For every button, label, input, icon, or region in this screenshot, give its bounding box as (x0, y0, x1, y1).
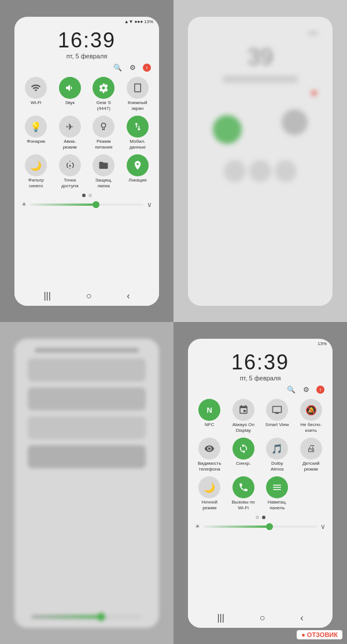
settings-icon[interactable]: ⚙ (128, 63, 137, 72)
tile-nav[interactable]: Навигац.панель (261, 476, 293, 510)
dot-4-inactive (256, 516, 259, 519)
nav-bar-4: ||| ○ ‹ (188, 608, 333, 628)
blur-content-2: 13% 39 (188, 17, 333, 306)
dot-4-active (262, 516, 265, 519)
tile-folder[interactable]: Защищ.лапка (88, 154, 120, 188)
brightness-track-1[interactable] (30, 203, 143, 206)
page-dots-1 (14, 191, 159, 199)
notification-dot[interactable]: ! (143, 64, 151, 72)
nav-bar-1: ||| ○ ‹ (14, 286, 159, 306)
dolby-tile-icon: 🎵 (266, 438, 288, 460)
sound-tile-label: Звук (65, 100, 75, 106)
nfc-tile-icon: N (198, 399, 220, 421)
blur3-block3 (28, 416, 145, 439)
tile-hotspot[interactable]: Точкадоступа (54, 154, 86, 188)
tile-kids[interactable]: 🖨 Детскийрежим (296, 438, 327, 472)
brightness-expand-icon-4[interactable]: ∨ (320, 523, 326, 531)
book-tile-label: Книжныйэкран (128, 100, 147, 111)
blur-status-2: 13% (197, 28, 323, 38)
tile-aod[interactable]: Always OnDisplay (228, 399, 260, 433)
wifi-status-icon: ▲▼ (124, 19, 134, 24)
tile-data[interactable]: Мобил.данные (122, 116, 154, 150)
nav-home-btn[interactable]: ○ (86, 291, 92, 301)
status-icons-1: ▲▼ ●●● 13% (124, 19, 153, 24)
blur-text-1 (223, 76, 298, 83)
power-tile-label: Режимпитания (95, 139, 112, 150)
tile-empty (296, 476, 327, 510)
nav-recent-btn[interactable]: ||| (43, 291, 50, 301)
tile-smartview[interactable]: Smart View (261, 399, 293, 433)
signal-icon: ●●● (134, 19, 143, 24)
panel-bottom-left (0, 322, 174, 644)
tile-location[interactable]: Локация (122, 154, 154, 188)
nav-back-btn[interactable]: ‹ (127, 291, 130, 301)
smartview-tile-label: Smart View (265, 422, 289, 428)
sound-tile-icon (59, 77, 81, 99)
watermark: ● ОТЗОВИК (297, 630, 342, 639)
sync-tile-icon (232, 438, 254, 460)
aod-tile-label: Always OnDisplay (232, 422, 254, 433)
phone-screen-1: ▲▼ ●●● 13% 16:39 пт, 5 февраля 🔍 ⚙ ! (14, 17, 159, 306)
blur-tile-1 (224, 160, 246, 182)
panel-top-left: ▲▼ ●●● 13% 16:39 пт, 5 февраля 🔍 ⚙ ! (0, 0, 174, 322)
blur3-block4 (28, 445, 145, 468)
blurred-screen-2: 13% 39 (188, 17, 333, 306)
hotspot-tile-label: Точкадоступа (61, 177, 79, 188)
plane-tile-icon: ✈ (59, 116, 81, 138)
status-bar-1: ▲▼ ●●● 13% (14, 17, 159, 27)
brightness-bar-4[interactable]: ☀ ∨ (188, 521, 333, 532)
kids-tile-label: Детскийрежим (302, 461, 320, 472)
tile-plane[interactable]: ✈ Авиа-режим (54, 116, 86, 150)
tile-dolby[interactable]: 🎵 DolbyAtmos (261, 438, 293, 472)
tile-nfc[interactable]: N NFC (194, 399, 226, 433)
tile-gear[interactable]: Gear S(4447) (88, 77, 120, 111)
search-icon[interactable]: 🔍 (113, 63, 122, 72)
blur3-line1 (35, 348, 139, 353)
tile-wifi[interactable]: Wi-Fi (20, 77, 52, 111)
clock-date-1: пт, 5 февраля (14, 53, 159, 60)
brightness-low-icon-4: ☀ (195, 523, 200, 530)
blurred-screen-3 (14, 339, 159, 628)
blur-dots-row (197, 88, 323, 98)
filter-tile-icon: 🌙 (25, 154, 47, 176)
wificall-tile-label: Вызовы поWi-Fi (232, 499, 255, 510)
tile-power[interactable]: Режимпитания (88, 116, 120, 150)
empty-space (300, 476, 322, 498)
tile-wificall[interactable]: Вызовы поWi-Fi (228, 476, 260, 510)
phone-screen-4: 13% 16:39 пт, 5 февраля 🔍 ⚙ ! N NFC (188, 339, 333, 628)
notification-dot-4[interactable]: ! (316, 386, 324, 394)
nav-back-btn-4[interactable]: ‹ (300, 613, 303, 623)
tile-book[interactable]: Книжныйэкран (122, 77, 154, 111)
tile-sound[interactable]: Звук (54, 77, 86, 111)
sync-tile-label: Синхр. (236, 461, 250, 467)
visibility-tile-icon (198, 438, 220, 460)
night-tile-label: Ночнойрежим (201, 499, 217, 510)
tile-torch[interactable]: 💡 Фонарик (20, 116, 52, 150)
brightness-expand-icon[interactable]: ∨ (147, 201, 152, 209)
tile-night[interactable]: 🌙 Ночнойрежим (194, 476, 226, 510)
tile-dnd[interactable]: 🔕 Не беспо-коить (296, 399, 327, 433)
kids-tile-icon: 🖨 (300, 438, 322, 460)
brightness-track-4[interactable] (204, 525, 317, 528)
settings-icon-4[interactable]: ⚙ (301, 385, 311, 394)
wifi-tile-icon (25, 77, 47, 99)
tiles-row-4-2: Видимостьтелефона Синхр. 🎵 DolbyAtmos 🖨 (188, 435, 333, 474)
data-tile-label: Мобил.данные (130, 139, 146, 150)
clock-time-4: 16:39 (188, 351, 333, 374)
blur-battery-2: 13% (308, 31, 318, 36)
status-icons-4: 13% (318, 341, 327, 346)
tile-sync[interactable]: Синхр. (228, 438, 260, 472)
nav-home-btn-4[interactable]: ○ (260, 613, 265, 623)
panel-bottom-right: 13% 16:39 пт, 5 февраля 🔍 ⚙ ! N NFC (174, 322, 347, 644)
filter-tile-label: Фильтрсинего (28, 177, 44, 188)
tile-visibility[interactable]: Видимостьтелефона (194, 438, 226, 472)
page-dots-4 (188, 513, 333, 521)
blur-notif-dot (312, 91, 316, 95)
nav-recent-btn-4[interactable]: ||| (217, 613, 224, 623)
search-icon-4[interactable]: 🔍 (286, 385, 296, 394)
clock-time-1: 16:39 (14, 29, 159, 52)
brightness-bar-1[interactable]: ☀ ∨ (14, 199, 159, 210)
watermark-icon: ● (301, 631, 305, 638)
tile-filter[interactable]: 🌙 Фильтрсинего (20, 154, 52, 188)
dolby-tile-label: DolbyAtmos (271, 461, 284, 472)
